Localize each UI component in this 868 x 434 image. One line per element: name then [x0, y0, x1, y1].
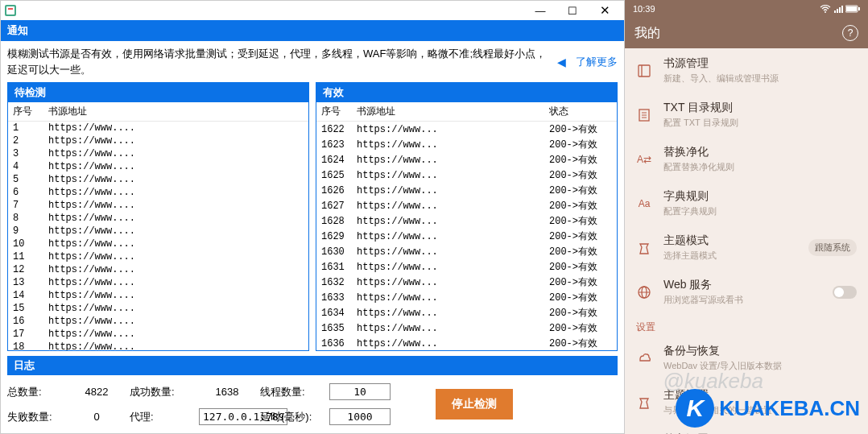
theme2-icon: [636, 395, 652, 411]
pending-body[interactable]: 序号 书源地址 1https://www....2https://www....…: [8, 102, 308, 350]
menu-sub: WebDav 设置/导入旧版本数据: [663, 360, 857, 372]
section-label: 设置: [625, 314, 868, 336]
table-row[interactable]: 3https://www....: [8, 147, 308, 160]
table-row[interactable]: 18https://www....: [8, 341, 308, 350]
table-row[interactable]: 4https://www....: [8, 160, 308, 173]
delay-label: 延时(毫秒):: [260, 410, 324, 424]
minimize-button[interactable]: —: [524, 2, 556, 19]
svg-point-3: [825, 11, 826, 13]
notice-prev-icon[interactable]: ◀: [554, 56, 569, 68]
table-row[interactable]: 14https://www....: [8, 289, 308, 302]
table-row[interactable]: 9https://www....: [8, 225, 308, 238]
valid-panel: 有效 序号 书源地址 状态 1622https://www...200->有效1…: [316, 82, 618, 351]
fail-value: 0: [68, 411, 125, 423]
table-row[interactable]: 1623https://www...200->有效: [316, 137, 617, 152]
logo-text: KUAKEBA.CN: [719, 396, 860, 421]
mobile-title: 我的: [634, 25, 660, 42]
menu-item[interactable]: Web 服务 用浏览器写源或看书: [625, 270, 868, 314]
table-row[interactable]: 1635https://www...200->有效: [316, 320, 617, 336]
pending-header: 待检测: [8, 83, 308, 102]
table-row[interactable]: 8https://www....: [8, 212, 308, 225]
total-value: 4822: [68, 386, 125, 398]
fail-label: 失败数量:: [7, 410, 64, 424]
statusbar-icons: [820, 5, 860, 13]
table-row[interactable]: 1633https://www...200->有效: [316, 290, 617, 305]
menu-item[interactable]: 备份与恢复 WebDav 设置/导入旧版本数据: [625, 336, 868, 380]
txt-icon: [636, 107, 652, 123]
menu-title: 备份与恢复: [663, 344, 857, 358]
menu-item[interactable]: A⇄ 替换净化 配置替换净化规则: [625, 137, 868, 181]
table-row[interactable]: 13https://www....: [8, 276, 308, 289]
table-row[interactable]: 1624https://www...200->有效: [316, 152, 617, 167]
col-url[interactable]: 书源地址: [43, 102, 308, 122]
mobile-app: 10:39 我的 ? 书源管理 新建、导入、编辑或管理书源 TXT 目录规则 配…: [625, 0, 868, 434]
col-url[interactable]: 书源地址: [352, 102, 544, 122]
close-button[interactable]: ✕: [589, 2, 621, 19]
menu-sub: 配置替换净化规则: [663, 161, 857, 173]
menu-sub: 用浏览器写源或看书: [663, 294, 821, 306]
valid-header: 有效: [316, 83, 617, 102]
delay-input[interactable]: [329, 408, 391, 425]
svg-rect-2: [8, 8, 13, 10]
app-icon: [4, 4, 17, 17]
col-seq[interactable]: 序号: [8, 102, 43, 122]
table-row[interactable]: 17https://www....: [8, 328, 308, 341]
log-header: 日志: [7, 356, 618, 375]
theme-icon: [636, 240, 652, 256]
maximize-button[interactable]: ☐: [556, 2, 589, 19]
table-row[interactable]: 1https://www....: [8, 122, 308, 135]
table-row[interactable]: 10https://www....: [8, 238, 308, 250]
menu-item[interactable]: TXT 目录规则 配置 TXT 目录规则: [625, 93, 868, 137]
table-row[interactable]: 11https://www....: [8, 250, 308, 263]
col-seq[interactable]: 序号: [316, 102, 352, 122]
success-value: 1638: [199, 386, 255, 398]
table-row[interactable]: 5https://www....: [8, 173, 308, 186]
table-row[interactable]: 1632https://www...200->有效: [316, 275, 617, 290]
total-label: 总数量:: [7, 385, 64, 399]
menu-item[interactable]: 书源管理 新建、导入、编辑或管理书源: [625, 48, 868, 93]
menu-title: 字典规则: [663, 189, 857, 204]
menu-item[interactable]: 主题模式 选择主题模式跟随系统: [625, 225, 868, 270]
replace-icon: A⇄: [636, 151, 652, 167]
wifi-icon: [820, 5, 831, 13]
table-row[interactable]: 1622https://www...200->有效: [316, 122, 617, 138]
svg-rect-5: [846, 6, 857, 11]
help-icon[interactable]: ?: [842, 25, 858, 41]
valid-body[interactable]: 序号 书源地址 状态 1622https://www...200->有效1623…: [316, 102, 617, 350]
logo-k-icon: K: [676, 389, 714, 428]
table-row[interactable]: 1625https://www...200->有效: [316, 167, 617, 183]
table-row[interactable]: 15https://www....: [8, 302, 308, 315]
table-row[interactable]: 7https://www....: [8, 199, 308, 212]
table-row[interactable]: 6https://www....: [8, 186, 308, 199]
valid-table: 序号 书源地址 状态 1622https://www...200->有效1623…: [316, 102, 617, 350]
learn-more-link[interactable]: 了解更多: [576, 55, 618, 69]
table-row[interactable]: 2https://www....: [8, 134, 308, 147]
table-row[interactable]: 12https://www....: [8, 263, 308, 276]
menu-sub: 配置 TXT 目录规则: [663, 117, 857, 129]
table-row[interactable]: 1631https://www...200->有效: [316, 259, 617, 275]
menu-item[interactable]: Aa 字典规则 配置字典规则: [625, 181, 868, 225]
footer: 总数量: 4822 成功数量: 1638 线程数量: 停止检测 失败数量: 0 …: [1, 375, 624, 433]
menu-sub: 配置字典规则: [663, 205, 857, 217]
table-row[interactable]: 1629https://www...200->有效: [316, 229, 617, 244]
table-row[interactable]: 1626https://www...200->有效: [316, 183, 617, 198]
table-row[interactable]: 1634https://www...200->有效: [316, 305, 617, 320]
titlebar: — ☐ ✕: [1, 1, 624, 20]
table-row[interactable]: 16https://www....: [8, 315, 308, 328]
notice-header: 通知: [1, 20, 624, 41]
menu-title: 主题模式: [663, 234, 797, 248]
threads-input[interactable]: [329, 383, 391, 400]
svg-rect-6: [858, 7, 860, 10]
statusbar-time: 10:39: [633, 4, 655, 14]
toggle[interactable]: [833, 286, 857, 299]
table-row[interactable]: 1630https://www...200->有效: [316, 244, 617, 259]
menu-title: 替换净化: [663, 145, 857, 159]
table-row[interactable]: 1627https://www...200->有效: [316, 198, 617, 213]
table-row[interactable]: 1636https://www...200->有效: [316, 336, 617, 350]
success-label: 成功数量:: [130, 385, 194, 399]
table-row[interactable]: 1628https://www...200->有效: [316, 213, 617, 229]
stop-button[interactable]: 停止检测: [436, 389, 513, 420]
menu-sub: 选择主题模式: [663, 250, 797, 262]
col-status[interactable]: 状态: [544, 102, 617, 122]
svg-rect-7: [639, 65, 650, 76]
